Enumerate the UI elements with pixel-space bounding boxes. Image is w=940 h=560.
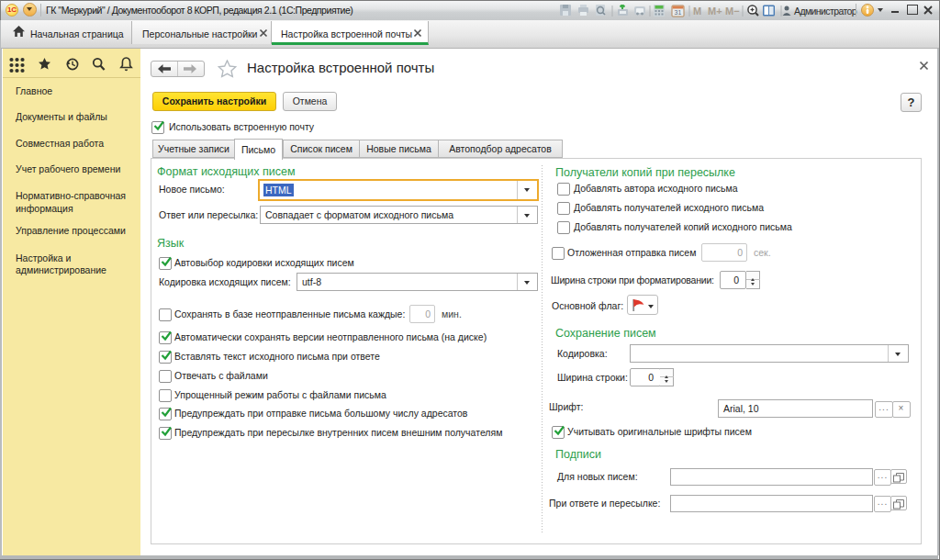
svg-text:M: M [693,6,701,17]
svg-text:M−: M− [725,6,740,17]
svg-text:31: 31 [675,9,682,16]
svg-text:M+: M+ [708,6,722,17]
